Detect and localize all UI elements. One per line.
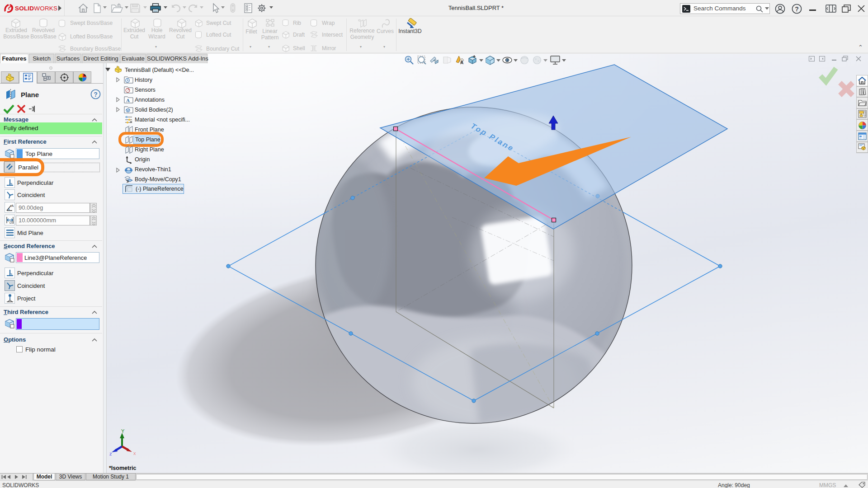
svg-text:z: z: [109, 451, 112, 456]
svg-text:x: x: [133, 450, 136, 456]
svg-text:D1: D1: [9, 221, 14, 225]
svg-text:A: A: [460, 60, 463, 65]
svg-text:?: ?: [94, 91, 98, 98]
svg-text:Y: Y: [121, 428, 125, 434]
svg-text:?: ?: [795, 5, 799, 13]
svg-text:A: A: [11, 204, 14, 208]
